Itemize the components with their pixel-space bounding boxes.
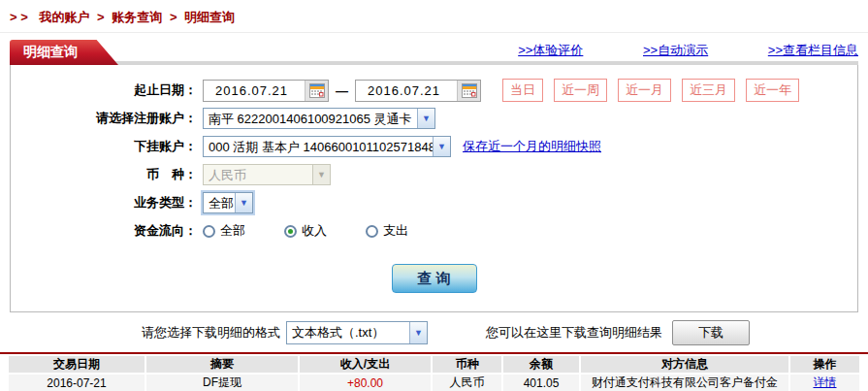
quick-range-month-button[interactable]: 近一月 bbox=[618, 79, 671, 102]
breadcrumb-prefix: > > bbox=[10, 10, 28, 24]
business-type-select[interactable]: 全部 ▼ bbox=[203, 192, 253, 213]
radio-flow-income[interactable] bbox=[284, 225, 297, 238]
result-table-section: 交易日期 摘要 收入/支出 币种 余额 对方信息 操作 2016-07-21 D… bbox=[0, 352, 868, 391]
chevron-down-icon: ▼ bbox=[433, 137, 450, 156]
table-row: 2016-07-21 DF提现 +80.00 人民币 401.05 财付通支付科… bbox=[9, 375, 859, 391]
save-snapshot-link[interactable]: 保存近一个月的明细快照 bbox=[463, 138, 601, 155]
breadcrumb-separator: > bbox=[166, 10, 181, 24]
download-format-value: 文本格式（.txt） bbox=[287, 322, 409, 343]
detail-link[interactable]: 详情 bbox=[814, 375, 837, 389]
header-action: 操作 bbox=[790, 356, 859, 375]
tab-strip: 明细查询 >>体验评价 >>自动演示 >>查看栏目信息 bbox=[10, 40, 858, 65]
link-experience-review[interactable]: >>体验评价 bbox=[518, 43, 583, 57]
register-account-label: 请选择注册账户： bbox=[11, 110, 197, 127]
currency-value: 人民币 bbox=[204, 165, 312, 184]
top-links: >>体验评价 >>自动演示 >>查看栏目信息 bbox=[462, 42, 858, 59]
download-format-select[interactable]: 文本格式（.txt） ▼ bbox=[286, 321, 428, 344]
header-transaction-date: 交易日期 bbox=[9, 356, 146, 375]
date-range-row: 起止日期： 2016.07.21 bbox=[11, 79, 857, 102]
breadcrumb: > > 我的账户 > 账务查询 > 明细查询 bbox=[0, 0, 868, 33]
business-type-row: 业务类型： 全部 ▼ bbox=[11, 191, 857, 214]
header-currency: 币种 bbox=[433, 356, 503, 375]
radio-flow-income-label: 收入 bbox=[302, 222, 327, 240]
currency-row: 币 种： 人民币 ▼ bbox=[11, 163, 857, 186]
end-date-value: 2016.07.21 bbox=[356, 83, 457, 98]
currency-select: 人民币 ▼ bbox=[203, 164, 331, 185]
detail-query-page: > > 我的账户 > 账务查询 > 明细查询 明细查询 >>体验评价 >>自动演… bbox=[0, 0, 868, 391]
start-date-value: 2016.07.21 bbox=[204, 83, 305, 98]
radio-flow-all-label: 全部 bbox=[220, 222, 245, 240]
query-form: 起止日期： 2016.07.21 bbox=[10, 65, 858, 312]
breadcrumb-item-my-account[interactable]: 我的账户 bbox=[39, 10, 89, 24]
quick-range-3months-button[interactable]: 近三月 bbox=[682, 79, 735, 102]
chevron-down-icon: ▼ bbox=[235, 193, 252, 212]
cell-date: 2016-07-21 bbox=[9, 375, 146, 391]
tab-label: 明细查询 bbox=[23, 44, 78, 59]
cell-summary: DF提现 bbox=[146, 375, 300, 391]
date-range-separator: — bbox=[336, 83, 348, 98]
start-date-field[interactable]: 2016.07.21 bbox=[203, 80, 329, 102]
breadcrumb-item-detail-query[interactable]: 明细查询 bbox=[184, 10, 235, 24]
cell-currency: 人民币 bbox=[433, 375, 503, 391]
business-type-value: 全部 bbox=[204, 193, 235, 212]
quick-range-today-button[interactable]: 当日 bbox=[502, 79, 543, 102]
tab-detail-query[interactable]: 明细查询 bbox=[10, 40, 118, 65]
currency-label: 币 种： bbox=[11, 166, 197, 183]
cell-action: 详情 bbox=[790, 375, 859, 391]
register-account-value: 南平 6222001406100921065 灵通卡 bbox=[204, 109, 417, 128]
calendar-icon[interactable] bbox=[457, 81, 480, 101]
chevron-down-icon: ▼ bbox=[409, 322, 427, 343]
cell-amount: +80.00 bbox=[300, 375, 433, 391]
fund-flow-row: 资金流向： 全部 收入 支出 bbox=[11, 219, 857, 243]
breadcrumb-separator: > bbox=[93, 10, 109, 24]
header-balance: 余额 bbox=[503, 356, 581, 375]
header-counterparty: 对方信息 bbox=[581, 356, 790, 375]
sub-account-label: 下挂账户： bbox=[11, 138, 197, 155]
quick-range-year-button[interactable]: 近一年 bbox=[746, 79, 799, 102]
query-button[interactable]: 查 询 bbox=[392, 264, 477, 293]
register-account-select[interactable]: 南平 6222001406100921065 灵通卡 ▼ bbox=[203, 108, 435, 129]
download-hint: 您可以在这里下载查询明细结果 bbox=[486, 324, 662, 342]
chevron-down-icon: ▼ bbox=[312, 165, 330, 184]
link-view-column-info[interactable]: >>查看栏目信息 bbox=[768, 43, 858, 57]
sub-account-row: 下挂账户： 000 活期 基本户 1406600101102571848 ▼ 保… bbox=[11, 135, 857, 158]
business-type-label: 业务类型： bbox=[11, 194, 197, 212]
header-income-expense: 收入/支出 bbox=[300, 356, 433, 375]
radio-flow-expense-label: 支出 bbox=[383, 222, 408, 240]
end-date-field[interactable]: 2016.07.21 bbox=[355, 80, 481, 102]
download-format-label: 请您选择下载明细的格式 bbox=[142, 324, 280, 342]
date-range-label: 起止日期： bbox=[11, 81, 197, 99]
radio-flow-all[interactable] bbox=[203, 225, 215, 238]
sub-account-select[interactable]: 000 活期 基本户 1406600101102571848 ▼ bbox=[203, 136, 451, 157]
sub-account-value: 000 活期 基本户 1406600101102571848 bbox=[204, 137, 433, 156]
register-account-row: 请选择注册账户： 南平 6222001406100921065 灵通卡 ▼ bbox=[11, 107, 857, 130]
result-table: 交易日期 摘要 收入/支出 币种 余额 对方信息 操作 2016-07-21 D… bbox=[9, 356, 859, 391]
fund-flow-label: 资金流向： bbox=[11, 222, 197, 240]
download-section: 请您选择下载明细的格式 文本格式（.txt） ▼ 您可以在这里下载查询明细结果 … bbox=[142, 319, 868, 346]
query-button-row: 查 询 bbox=[11, 264, 857, 293]
download-button[interactable]: 下载 bbox=[672, 320, 750, 345]
chevron-down-icon: ▼ bbox=[417, 109, 434, 128]
radio-flow-expense[interactable] bbox=[366, 225, 378, 238]
cell-balance: 401.05 bbox=[503, 375, 581, 391]
table-header-row: 交易日期 摘要 收入/支出 币种 余额 对方信息 操作 bbox=[9, 356, 859, 375]
header-summary: 摘要 bbox=[146, 356, 300, 375]
link-auto-demo[interactable]: >>自动演示 bbox=[643, 43, 708, 57]
calendar-icon[interactable] bbox=[305, 81, 328, 101]
cell-counterparty: 财付通支付科技有限公司客户备付金 bbox=[581, 375, 790, 391]
breadcrumb-item-account-query[interactable]: 账务查询 bbox=[112, 10, 162, 24]
quick-range-week-button[interactable]: 近一周 bbox=[554, 79, 607, 102]
